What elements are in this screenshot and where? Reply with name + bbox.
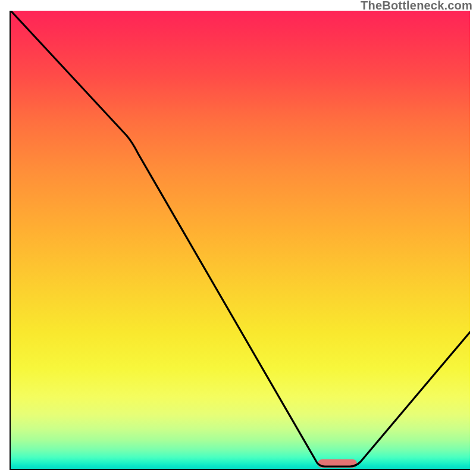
chart-container: TheBottleneck.com (0, 0, 476, 476)
y-axis-line (10, 11, 11, 470)
x-axis-line (10, 469, 470, 470)
plot-area (11, 11, 470, 470)
bottleneck-curve (11, 11, 470, 470)
curve-path (11, 11, 470, 466)
